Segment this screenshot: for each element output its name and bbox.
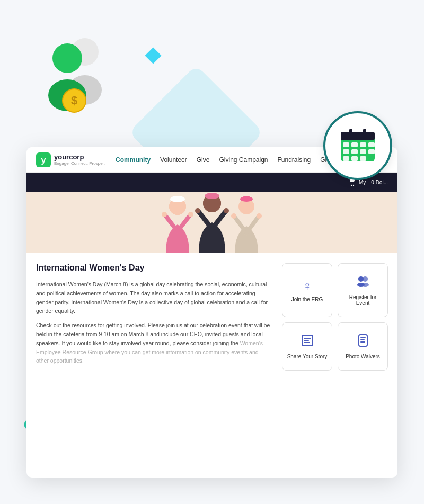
article-title: International Women's Day xyxy=(36,263,272,273)
svg-rect-13 xyxy=(351,142,358,147)
svg-rect-22 xyxy=(360,156,366,161)
nav-give[interactable]: Give xyxy=(197,156,210,164)
event-icon xyxy=(356,274,370,291)
svg-rect-62 xyxy=(360,341,365,343)
svg-point-35 xyxy=(188,212,193,217)
svg-rect-46 xyxy=(242,196,251,201)
erg-label: Join the ERG xyxy=(292,296,323,302)
waiver-icon xyxy=(356,334,370,350)
svg-point-54 xyxy=(361,283,369,287)
action-buttons: ♀ Join the ERG Register for Event xyxy=(282,263,388,371)
svg-rect-57 xyxy=(304,340,309,341)
svg-rect-16 xyxy=(343,149,349,154)
cart-sub: 0 Dol... xyxy=(371,179,388,185)
story-icon xyxy=(301,334,314,350)
content-area: International Women's Day International … xyxy=(26,253,398,379)
join-erg-button[interactable]: ♀ Join the ERG xyxy=(282,263,332,317)
story-label: Share Your Story xyxy=(287,354,328,359)
svg-point-34 xyxy=(162,212,167,217)
logo-name: yourcorp xyxy=(54,154,105,161)
svg-point-50 xyxy=(257,213,262,219)
svg-point-2 xyxy=(52,43,82,73)
logo-sub: Engage. Connect. Prosper. xyxy=(54,161,105,166)
article-para2: Check out the resources for getting invo… xyxy=(36,321,272,365)
main-text: International Women's Day International … xyxy=(36,263,272,371)
svg-rect-20 xyxy=(343,156,349,161)
svg-point-25 xyxy=(351,185,352,186)
erg-icon: ♀ xyxy=(303,278,312,293)
event-label: Register for Event xyxy=(342,294,383,306)
svg-text:$: $ xyxy=(71,94,77,107)
svg-rect-9 xyxy=(341,132,375,140)
nav-fundraising[interactable]: Fundraising xyxy=(278,156,311,164)
svg-rect-61 xyxy=(360,339,365,340)
cart-label: My xyxy=(359,179,366,185)
svg-point-52 xyxy=(363,276,368,282)
svg-rect-56 xyxy=(304,338,311,339)
nav-volunteer[interactable]: Volunteer xyxy=(160,156,187,164)
calendar-circle xyxy=(323,111,392,180)
svg-rect-12 xyxy=(343,142,349,147)
svg-rect-19 xyxy=(368,149,375,154)
svg-rect-17 xyxy=(351,149,358,154)
svg-point-42 xyxy=(195,208,200,213)
waiver-label: Photo Waivers xyxy=(346,354,380,359)
logo: y yourcorp Engage. Connect. Prosper. xyxy=(36,152,105,167)
share-story-button[interactable]: Share Your Story xyxy=(282,322,332,371)
hero-banner xyxy=(26,192,398,253)
svg-rect-21 xyxy=(351,156,358,161)
bg-diamond-small-blue xyxy=(145,47,161,64)
article-para1: International Women's Day (March 8) is a… xyxy=(36,280,272,316)
svg-point-26 xyxy=(353,185,354,186)
nav-community[interactable]: Community xyxy=(116,156,151,164)
photo-waivers-button[interactable]: Photo Waivers xyxy=(338,322,388,371)
svg-point-43 xyxy=(224,208,229,213)
svg-rect-58 xyxy=(304,342,310,343)
register-event-button[interactable]: Register for Event xyxy=(338,263,388,317)
svg-rect-14 xyxy=(360,142,366,147)
browser-window: y yourcorp Engage. Connect. Prosper. Com… xyxy=(26,147,398,478)
article-faded: Women's Employee Resource Group where yo… xyxy=(36,340,263,364)
svg-rect-15 xyxy=(368,142,375,147)
nav-giving-campaign[interactable]: Giving Campaign xyxy=(219,156,268,164)
topleft-illustration: $ xyxy=(29,26,122,119)
svg-rect-31 xyxy=(173,196,182,201)
svg-rect-10 xyxy=(349,129,352,137)
svg-rect-60 xyxy=(360,337,366,338)
svg-text:y: y xyxy=(41,156,46,165)
svg-rect-11 xyxy=(363,129,366,137)
svg-rect-39 xyxy=(207,193,217,198)
svg-rect-18 xyxy=(360,149,366,154)
svg-point-49 xyxy=(231,213,236,219)
